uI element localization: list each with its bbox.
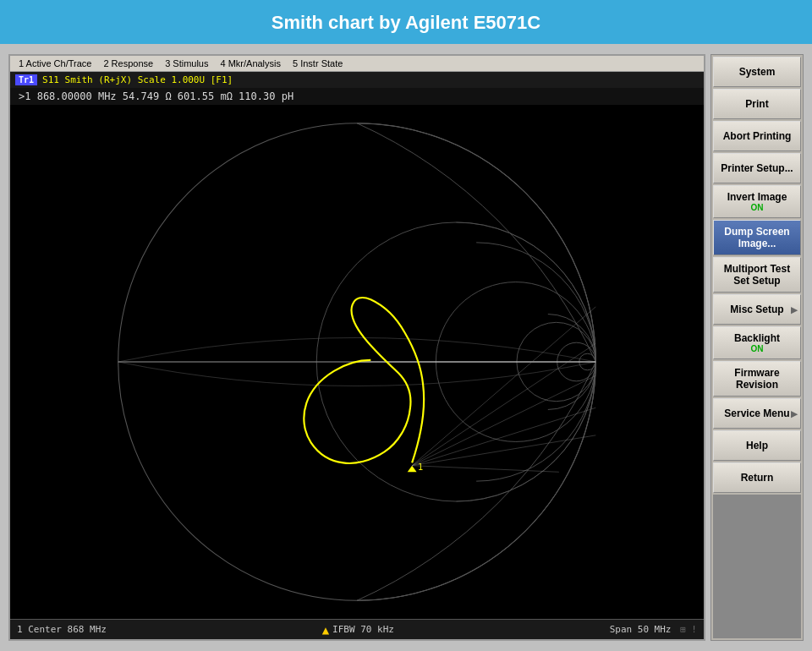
button-print[interactable]: Print <box>713 89 801 119</box>
button-system[interactable]: System <box>713 57 801 87</box>
button-abort-printing[interactable]: Abort Printing <box>713 121 801 151</box>
button-invert-image[interactable]: Invert ImageON <box>713 185 801 218</box>
status-center-label: IFBW 70 kHz <box>332 624 394 635</box>
button-help[interactable]: Help <box>713 430 801 461</box>
trace-bar: Tr1 S11 Smith (R+jX) Scale 1.000U [F1] <box>10 72 704 88</box>
title-bar: Smith chart by Agilent E5071C <box>0 0 812 44</box>
menu-bar: 1 Active Ch/Trace 2 Response 3 Stimulus … <box>10 56 704 72</box>
button-multiport[interactable]: Multiport Test Set Setup <box>713 257 801 293</box>
status-right: Span 50 MHz ⊞ ! <box>610 624 697 635</box>
button-firmware[interactable]: Firmware Revision <box>713 361 801 397</box>
ifbw-triangle-icon: ▲ <box>322 623 329 637</box>
main-content: 1 Active Ch/Trace 2 Response 3 Stimulus … <box>0 44 812 651</box>
button-service-menu[interactable]: Service Menu▶ <box>713 398 801 429</box>
chart-area: 1 <box>10 105 704 619</box>
button-backlight[interactable]: BacklightON <box>713 326 801 359</box>
status-bar: 1 Center 868 MHz ▲ IFBW 70 kHz Span 50 M… <box>10 619 704 639</box>
menu-instr-state[interactable]: 5 Instr State <box>288 57 348 69</box>
instrument-panel: 1 Active Ch/Trace 2 Response 3 Stimulus … <box>8 54 705 641</box>
menu-active-ch[interactable]: 1 Active Ch/Trace <box>14 57 96 69</box>
page-title: Smith chart by Agilent E5071C <box>272 12 540 33</box>
button-return[interactable]: Return <box>713 462 801 493</box>
trace-info: S11 Smith (R+jX) Scale 1.000U [F1] <box>42 74 233 85</box>
trace-label: Tr1 <box>15 74 37 85</box>
button-printer-setup[interactable]: Printer Setup... <box>713 153 801 183</box>
menu-mkr-analysis[interactable]: 4 Mkr/Analysis <box>215 57 286 69</box>
status-center: ▲ IFBW 70 kHz <box>322 623 394 637</box>
menu-stimulus[interactable]: 3 Stimulus <box>160 57 213 69</box>
button-misc-setup[interactable]: Misc Setup▶ <box>713 294 801 325</box>
smith-chart-svg: 1 <box>10 105 704 619</box>
button-panel-spacer <box>713 495 801 638</box>
measurement-text: >1 868.00000 MHz 54.749 Ω 601.55 mΩ 110.… <box>19 90 294 102</box>
menu-response[interactable]: 2 Response <box>98 57 158 69</box>
status-left: 1 Center 868 MHz <box>17 624 107 635</box>
button-dump-screen[interactable]: Dump Screen Image... <box>713 220 801 255</box>
button-panel: SystemPrintAbort PrintingPrinter Setup..… <box>710 54 804 641</box>
measurement-bar: >1 868.00000 MHz 54.749 Ω 601.55 mΩ 110.… <box>10 88 704 105</box>
